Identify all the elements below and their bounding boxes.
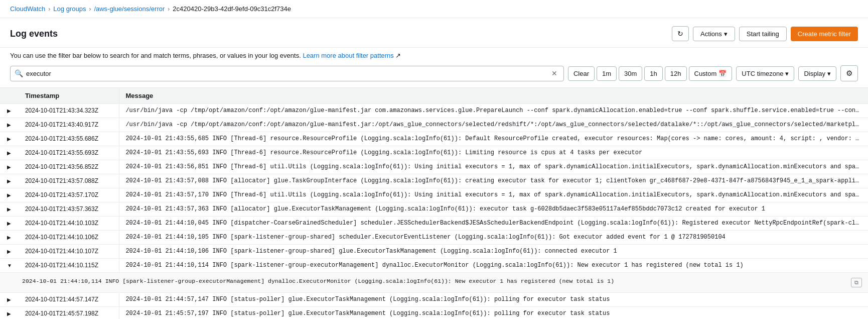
- clear-search-button[interactable]: ✕: [549, 68, 559, 78]
- filter-bar: 🔍 ✕ Clear 1m 30m 1h 12h Custom 📅 UTC tim…: [0, 65, 868, 87]
- col-header-expand: [0, 88, 19, 104]
- time-12h-button[interactable]: 12h: [665, 66, 687, 81]
- table-header-row: Timestamp Message: [0, 88, 868, 104]
- row-expand-button[interactable]: ▶: [6, 296, 12, 303]
- row-message: 2024-10-01 21:44:10,105 INFO [spark-list…: [119, 231, 868, 245]
- breadcrumb-sep-2: ›: [89, 6, 91, 13]
- row-timestamp: 2024-10-01T21:43:57.170Z: [19, 188, 119, 202]
- custom-time-button[interactable]: Custom 📅: [689, 66, 733, 81]
- display-button[interactable]: Display ▾: [798, 66, 836, 81]
- row-expand-cell: ▼: [0, 259, 19, 273]
- header-actions: ↻ Actions ▾ Start tailing Create metric …: [672, 26, 858, 41]
- expanded-message-cell: ⧉2024-10-01 21:44:10,114 INFO [spark-lis…: [0, 273, 868, 293]
- main-container: Log events ↻ Actions ▾ Start tailing Cre…: [0, 18, 868, 319]
- row-expand-button[interactable]: ▶: [6, 191, 12, 199]
- learn-more-link[interactable]: Learn more about filter patterns: [303, 52, 393, 59]
- timezone-chevron-icon: ▾: [785, 70, 789, 77]
- breadcrumb-sep-3: ›: [168, 6, 170, 13]
- row-timestamp: 2024-10-01T21:44:10.107Z: [19, 245, 119, 259]
- search-container: 🔍 ✕: [10, 66, 564, 81]
- row-message: 2024-10-01 21:43:57,170 INFO [Thread-6] …: [119, 188, 868, 202]
- table-row: ▶2024-10-01T21:43:57.363Z2024-10-01 21:4…: [0, 202, 868, 217]
- row-expand-cell: ▶: [0, 293, 19, 307]
- row-message: 2024-10-01 21:44:10,114 INFO [spark-list…: [119, 259, 868, 273]
- start-tailing-button[interactable]: Start tailing: [739, 27, 787, 41]
- row-expand-button[interactable]: ▶: [6, 205, 12, 213]
- table-row: ▶2024-10-01T21:43:57.170Z2024-10-01 21:4…: [0, 188, 868, 202]
- time-30m-button[interactable]: 30m: [619, 66, 642, 81]
- clear-time-button[interactable]: Clear: [568, 66, 595, 81]
- table-row: ▶2024-10-01T21:44:10.106Z2024-10-01 21:4…: [0, 231, 868, 245]
- row-expand-cell: ▶: [0, 245, 19, 259]
- breadcrumb-log-groups[interactable]: Log groups: [53, 5, 86, 13]
- table-row: ▶2024-10-01T21:44:57.147Z2024-10-01 21:4…: [0, 293, 868, 307]
- search-input[interactable]: [26, 66, 549, 81]
- row-expand-cell: ▶: [0, 188, 19, 202]
- row-expand-button[interactable]: ▶: [6, 248, 12, 255]
- header-row: Log events ↻ Actions ▾ Start tailing Cre…: [0, 18, 868, 48]
- copy-button[interactable]: ⧉: [851, 278, 862, 287]
- table-row: ▶2024-10-01T21:43:56.852Z2024-10-01 21:4…: [0, 160, 868, 174]
- breadcrumb-log-stream-path[interactable]: /aws-glue/sessions/error: [94, 5, 165, 13]
- table-row: ▼2024-10-01T21:44:10.115Z2024-10-01 21:4…: [0, 259, 868, 273]
- timezone-label: UTC timezone: [742, 70, 783, 77]
- row-timestamp: 2024-10-01T21:44:10.103Z: [19, 217, 119, 231]
- settings-gear-icon: ⚙: [846, 69, 852, 77]
- create-metric-filter-button[interactable]: Create metric filter: [791, 27, 858, 41]
- external-link-icon: ↗: [395, 52, 401, 59]
- row-expand-cell: ▶: [0, 146, 19, 160]
- row-timestamp: 2024-10-01T21:45:57.198Z: [19, 307, 119, 320]
- row-expand-cell: ▶: [0, 132, 19, 146]
- row-expand-button[interactable]: ▶: [6, 177, 12, 185]
- table-row: ▶2024-10-01T21:43:55.693Z2024-10-01 21:4…: [0, 146, 868, 160]
- filter-description-text: You can use the filter bar below to sear…: [10, 52, 301, 59]
- row-expand-cell: ▶: [0, 160, 19, 174]
- row-timestamp: 2024-10-01T21:43:40.917Z: [19, 118, 119, 132]
- filter-description: You can use the filter bar below to sear…: [0, 48, 868, 65]
- row-expand-cell: ▶: [0, 118, 19, 132]
- breadcrumb: CloudWatch › Log groups › /aws-glue/sess…: [0, 0, 868, 18]
- row-message: 2024-10-01 21:43:57,088 INFO [allocator]…: [119, 174, 868, 188]
- row-message: /usr/bin/java -cp /tmp/opt/amazon/conf:/…: [119, 118, 868, 132]
- row-message: 2024-10-01 21:44:57,147 INFO [status-pol…: [119, 293, 868, 307]
- breadcrumb-sep-1: ›: [48, 6, 50, 13]
- expanded-message-text: 2024-10-01 21:44:10,114 INFO [spark-list…: [22, 278, 614, 284]
- row-expand-cell: ▶: [0, 231, 19, 245]
- row-message: /usr/bin/java -cp /tmp/opt/amazon/conf:/…: [119, 104, 868, 118]
- timezone-button[interactable]: UTC timezone ▾: [736, 66, 794, 81]
- row-expand-button[interactable]: ▶: [6, 107, 12, 115]
- row-expand-cell: ▶: [0, 202, 19, 217]
- row-message: 2024-10-01 21:43:57,363 INFO [allocator]…: [119, 202, 868, 217]
- row-message: 2024-10-01 21:43:56,851 INFO [Thread-6] …: [119, 160, 868, 174]
- row-timestamp: 2024-10-01T21:43:56.852Z: [19, 160, 119, 174]
- row-message: 2024-10-01 21:44:10,045 INFO [dispatcher…: [119, 217, 868, 231]
- time-1m-button[interactable]: 1m: [597, 66, 617, 81]
- display-chevron-icon: ▾: [827, 70, 831, 77]
- row-expand-button[interactable]: ▶: [6, 163, 12, 171]
- table-row: ▶2024-10-01T21:44:10.103Z2024-10-01 21:4…: [0, 217, 868, 231]
- table-row: ▶2024-10-01T21:43:40.917Z/usr/bin/java -…: [0, 118, 868, 132]
- time-1h-button[interactable]: 1h: [644, 66, 662, 81]
- table-row: ▶2024-10-01T21:43:34.323Z/usr/bin/java -…: [0, 104, 868, 118]
- row-message: 2024-10-01 21:43:55,685 INFO [Thread-6] …: [119, 132, 868, 146]
- breadcrumb-cloudwatch[interactable]: CloudWatch: [10, 5, 45, 13]
- row-timestamp: 2024-10-01T21:43:55.686Z: [19, 132, 119, 146]
- row-expand-button[interactable]: ▶: [6, 220, 12, 227]
- settings-button[interactable]: ⚙: [840, 65, 858, 81]
- table-row: ▶2024-10-01T21:44:10.107Z2024-10-01 21:4…: [0, 245, 868, 259]
- row-expand-button[interactable]: ▼: [6, 262, 13, 269]
- row-expand-button[interactable]: ▶: [6, 234, 12, 241]
- row-expand-button[interactable]: ▶: [6, 149, 12, 157]
- refresh-button[interactable]: ↻: [672, 26, 689, 41]
- row-expand-button[interactable]: ▶: [6, 135, 12, 143]
- row-timestamp: 2024-10-01T21:43:57.363Z: [19, 202, 119, 217]
- actions-button[interactable]: Actions ▾: [693, 27, 735, 41]
- time-controls: Clear 1m 30m 1h 12h Custom 📅: [568, 66, 732, 81]
- row-timestamp: 2024-10-01T21:44:10.115Z: [19, 259, 119, 273]
- actions-chevron-icon: ▾: [724, 30, 728, 38]
- row-expand-button[interactable]: ▶: [6, 310, 12, 317]
- row-expand-button[interactable]: ▶: [6, 121, 12, 129]
- row-expand-cell: ▶: [0, 217, 19, 231]
- row-expand-cell: ▶: [0, 174, 19, 188]
- breadcrumb-current: 2c420420-29b3-42df-9efd-09c31c2f734e: [173, 5, 291, 13]
